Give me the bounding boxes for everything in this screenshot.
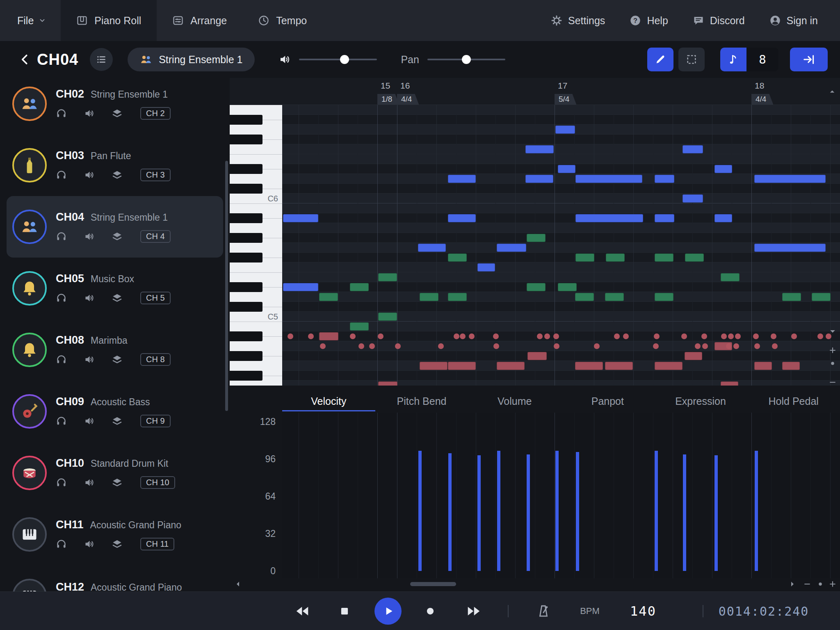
midi-note[interactable] bbox=[420, 293, 438, 301]
drum-note[interactable] bbox=[460, 333, 466, 339]
speaker-icon[interactable] bbox=[84, 354, 95, 365]
record-button[interactable] bbox=[425, 606, 436, 616]
go-to-end-button[interactable] bbox=[790, 48, 828, 71]
instrument-select[interactable]: String Ensemble 1 bbox=[128, 48, 255, 71]
midi-note[interactable] bbox=[682, 145, 703, 153]
piano-key-black[interactable] bbox=[230, 351, 262, 361]
zoom-reset-button[interactable] bbox=[816, 580, 824, 588]
midi-note[interactable] bbox=[418, 244, 446, 252]
menu-sign-in[interactable]: Sign in bbox=[757, 15, 830, 27]
sidebar-scrollbar[interactable] bbox=[225, 161, 228, 411]
drum-note[interactable] bbox=[358, 343, 364, 349]
grid-row[interactable] bbox=[282, 302, 840, 312]
horizontal-scrollbar[interactable] bbox=[230, 579, 840, 589]
midi-note[interactable] bbox=[420, 362, 447, 370]
time-signature-chip[interactable]: 4/4 bbox=[397, 94, 419, 105]
midi-note[interactable] bbox=[655, 175, 674, 183]
forward-button[interactable] bbox=[466, 604, 481, 619]
note-length-value[interactable]: 8 bbox=[746, 48, 778, 71]
grid-row[interactable] bbox=[282, 223, 840, 233]
layers-icon[interactable] bbox=[112, 292, 123, 304]
layers-icon[interactable] bbox=[112, 169, 123, 180]
drum-note[interactable] bbox=[378, 333, 383, 339]
velocity-bar[interactable] bbox=[527, 454, 530, 571]
velocity-bar[interactable] bbox=[576, 452, 579, 571]
headphones-icon[interactable] bbox=[56, 477, 67, 488]
speaker-icon[interactable] bbox=[84, 108, 95, 119]
track-ch05[interactable]: CH05 Music Box CH 5 bbox=[7, 258, 223, 319]
midi-note[interactable] bbox=[378, 273, 397, 281]
midi-note[interactable] bbox=[714, 165, 732, 173]
drum-note[interactable] bbox=[701, 333, 707, 339]
midi-note[interactable] bbox=[527, 283, 546, 291]
piano-keyboard[interactable]: C6C5 bbox=[230, 105, 282, 386]
speaker-icon[interactable] bbox=[84, 477, 95, 488]
grid-row[interactable] bbox=[282, 371, 840, 381]
drum-note[interactable] bbox=[438, 343, 444, 349]
midi-note[interactable] bbox=[575, 293, 594, 301]
tab-tempo[interactable]: Tempo bbox=[242, 0, 322, 41]
headphones-icon[interactable] bbox=[56, 354, 67, 365]
grid-row[interactable] bbox=[282, 144, 840, 154]
grid-row[interactable] bbox=[282, 154, 840, 164]
grid-row[interactable] bbox=[282, 115, 840, 125]
drum-note[interactable] bbox=[594, 343, 600, 349]
back-button[interactable] bbox=[16, 51, 34, 68]
drum-note[interactable] bbox=[554, 343, 559, 349]
track-ch03[interactable]: CH03 Pan Flute CH 3 bbox=[7, 135, 223, 196]
note-length-button[interactable] bbox=[720, 48, 746, 71]
velocity-bar[interactable] bbox=[555, 451, 559, 571]
track-ch12[interactable]: CH12 Acoustic Grand Piano bbox=[7, 565, 223, 591]
drum-note[interactable] bbox=[771, 333, 776, 339]
piano-key-black[interactable] bbox=[230, 233, 262, 243]
midi-note[interactable] bbox=[378, 313, 397, 321]
piano-key-black[interactable] bbox=[230, 115, 262, 125]
layers-icon[interactable] bbox=[112, 231, 123, 242]
track-ch11[interactable]: CH11 Acoustic Grand Piano CH 11 bbox=[7, 504, 223, 565]
midi-note[interactable] bbox=[606, 253, 625, 262]
speaker-icon[interactable] bbox=[84, 415, 95, 427]
drum-note[interactable] bbox=[369, 343, 375, 349]
track-ch02[interactable]: CH02 String Ensemble 1 CH 2 bbox=[7, 78, 223, 135]
drum-note[interactable] bbox=[493, 343, 499, 349]
grid-row[interactable] bbox=[282, 105, 840, 115]
drum-note[interactable] bbox=[544, 333, 550, 339]
midi-note[interactable] bbox=[575, 253, 594, 262]
drum-note[interactable] bbox=[614, 333, 620, 339]
midi-note[interactable] bbox=[575, 362, 603, 370]
midi-note[interactable] bbox=[685, 253, 704, 262]
headphones-icon[interactable] bbox=[56, 539, 67, 550]
stop-button[interactable] bbox=[338, 605, 351, 617]
midi-note[interactable] bbox=[527, 352, 547, 360]
zoom-in-button[interactable] bbox=[829, 346, 837, 356]
midi-note[interactable] bbox=[283, 214, 318, 222]
measure-ruler[interactable]: 151/8164/4175/4184/4 bbox=[230, 78, 840, 105]
midi-note[interactable] bbox=[754, 362, 772, 370]
file-menu[interactable]: File bbox=[0, 0, 61, 41]
midi-note[interactable] bbox=[378, 381, 397, 386]
scrollbar-thumb[interactable] bbox=[410, 582, 456, 586]
velocity-lane[interactable] bbox=[282, 413, 840, 578]
piano-key-black[interactable] bbox=[230, 302, 262, 312]
piano-key-black[interactable] bbox=[230, 253, 262, 262]
midi-note[interactable] bbox=[497, 362, 525, 370]
time-signature-chip[interactable]: 1/8 bbox=[377, 94, 399, 105]
menu-discord[interactable]: Discord bbox=[680, 15, 757, 27]
velocity-bar[interactable] bbox=[418, 451, 422, 571]
velocity-bar[interactable] bbox=[755, 451, 758, 571]
speaker-icon[interactable] bbox=[84, 292, 95, 304]
speaker-icon[interactable] bbox=[84, 231, 95, 242]
layers-icon[interactable] bbox=[112, 354, 123, 365]
drum-note[interactable] bbox=[772, 343, 778, 349]
velocity-bar[interactable] bbox=[497, 451, 500, 571]
drum-note[interactable] bbox=[493, 333, 499, 339]
drum-note[interactable] bbox=[695, 343, 701, 349]
controller-tab-velocity[interactable]: Velocity bbox=[282, 391, 375, 411]
midi-note[interactable] bbox=[448, 253, 467, 262]
layers-icon[interactable] bbox=[112, 477, 123, 488]
grid-row[interactable] bbox=[282, 292, 840, 302]
tab-piano-roll[interactable]: Piano Roll bbox=[61, 0, 157, 41]
midi-note[interactable] bbox=[605, 293, 624, 301]
piano-key-black[interactable] bbox=[230, 184, 262, 194]
piano-key-black[interactable] bbox=[230, 135, 262, 144]
